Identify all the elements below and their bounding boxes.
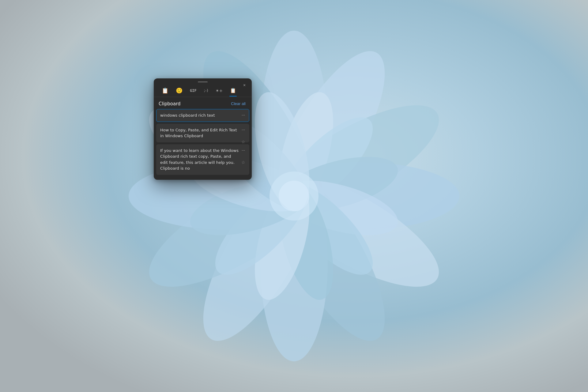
item-actions: ··· ☆ [240,147,247,165]
svg-point-26 [279,181,309,211]
tab-gif[interactable]: GIF [187,87,200,96]
clipboard-item[interactable]: How to Copy, Paste, and Edit Rich Text i… [156,124,249,142]
tab-kaomoji[interactable]: ;-) [201,86,211,96]
wallpaper-svg [0,0,588,392]
kaomoji-icon: ;-) [204,88,208,93]
clipboard-item-text: If you want to learn about the Windows C… [160,148,245,172]
clipboard-icon: 📋 [230,88,236,93]
clear-all-button[interactable]: Clear all [230,101,247,107]
gif-icon: GIF [190,89,197,93]
clipboard-item[interactable]: windows clipboard rich text ··· ☆ [156,109,249,122]
clipboard-list: windows clipboard rich text ··· ☆ How to… [154,109,252,180]
clipboard-popup: × 📋 🙂 GIF ;-) ✶+ 📋 Clipbo [154,78,252,180]
tab-bar: 📋 🙂 GIF ;-) ✶+ 📋 [154,84,252,97]
item-more-button[interactable]: ··· [240,112,247,118]
clipboard-title: Clipboard [159,101,181,107]
tab-pinned[interactable]: 📋 [159,85,172,97]
close-button[interactable]: × [240,81,249,89]
close-button-area: × [240,81,249,89]
item-pin-button[interactable]: ☆ [240,139,247,145]
clipboard-item-text: How to Copy, Paste, and Edit Rich Text i… [160,127,245,139]
wallpaper [0,0,588,392]
symbols-icon: ✶+ [216,88,223,93]
tab-symbols[interactable]: ✶+ [213,86,226,96]
clipboard-history-icon: 📋 [162,87,168,94]
clipboard-item[interactable]: If you want to learn about the Windows C… [156,144,249,175]
clipboard-item-text: windows clipboard rich text [160,112,245,119]
pin-icon: ☆ [241,139,245,144]
emoji-icon: 🙂 [176,87,183,94]
tab-emoji[interactable]: 🙂 [173,85,186,97]
item-more-button[interactable]: ··· [240,126,247,133]
drag-handle [198,81,208,82]
item-actions: ··· ☆ [240,126,247,145]
item-more-button[interactable]: ··· [240,147,247,153]
item-pin-button[interactable]: ☆ [240,159,247,165]
pin-icon: ☆ [241,160,245,165]
clipboard-content: Clipboard Clear all windows clipboard ri… [154,97,252,180]
clipboard-header: Clipboard Clear all [154,97,252,109]
drag-handle-area: × [154,78,252,84]
tab-clipboard[interactable]: 📋 [227,86,239,96]
